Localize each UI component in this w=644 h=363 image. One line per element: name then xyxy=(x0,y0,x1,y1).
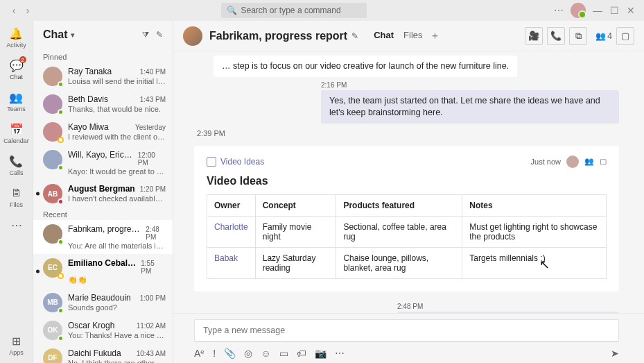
cell-concept: Family movie night xyxy=(255,216,336,247)
chat-time: 10:43 AM xyxy=(137,350,166,357)
share-screen-button[interactable]: ⧉ xyxy=(569,27,587,45)
chat-preview: Thanks, that would be nice. xyxy=(68,105,166,113)
chat-list-item[interactable]: Beth Davis1:43 PMThanks, that would be n… xyxy=(33,90,173,118)
chat-preview: Kayo: It would be great to sync with… xyxy=(68,167,166,176)
cell-owner[interactable]: Babak xyxy=(207,247,256,278)
emoji-icon[interactable]: ☺ xyxy=(261,348,270,359)
chat-preview: Louisa will send the initial list of att… xyxy=(68,77,166,85)
rail-chat[interactable]: 💬2 Chat xyxy=(10,58,24,81)
attach-icon[interactable]: 📎 xyxy=(224,348,236,359)
chat-list-item[interactable]: ABAugust Bergman1:20 PMI haven't checked… xyxy=(33,180,173,206)
card-chip-label[interactable]: Video Ideas xyxy=(220,157,264,167)
col-owner: Owner xyxy=(207,194,256,216)
chevron-down-icon[interactable]: ▾ xyxy=(71,31,75,40)
chatlist-title: Chat xyxy=(43,28,68,41)
section-pinned: Pinned xyxy=(33,49,173,62)
cell-concept: Lazy Saturday reading xyxy=(255,247,336,278)
video-ideas-card[interactable]: Video Ideas Just now 👥 ▢ Video Ideas Own… xyxy=(194,146,619,292)
compose-area: Aᵉ ! 📎 ◎ ☺ ▭ 🏷 📷 ⋯ ➤ xyxy=(173,313,644,363)
message-bubble[interactable]: … step is to focus on our video creative… xyxy=(214,56,517,77)
new-chat-icon[interactable]: ✎ xyxy=(156,30,163,40)
avatar: OK xyxy=(43,321,62,340)
loop-icon[interactable]: ◎ xyxy=(244,348,252,359)
chat-name: Emiliano Ceballos xyxy=(68,258,137,268)
more-compose-icon[interactable]: ⋯ xyxy=(335,348,345,359)
sticker-icon[interactable]: 🏷 xyxy=(297,348,306,359)
avatar xyxy=(43,122,62,142)
rail-more[interactable]: ⋯ xyxy=(10,218,24,232)
calendar-icon: 📅 xyxy=(10,122,24,136)
message-text: step is to focus on our video creative f… xyxy=(233,61,509,71)
meet-icon[interactable]: 📷 xyxy=(315,348,327,359)
chat-name: Oscar Krogh xyxy=(68,321,114,330)
chat-avatar[interactable] xyxy=(183,26,202,46)
tab-chat[interactable]: Chat xyxy=(374,22,394,50)
participants-button[interactable]: 👥 4 xyxy=(595,31,612,41)
message-time: 2:48 PM xyxy=(397,303,619,310)
message-bubble[interactable]: Yes, the team just started on that. Let … xyxy=(321,90,619,124)
table-row[interactable]: Babak Lazy Saturday reading Chaise loung… xyxy=(207,247,607,278)
rail-teams[interactable]: 👥 Teams xyxy=(7,90,26,112)
format-icon[interactable]: Aᵉ xyxy=(194,348,204,359)
chat-preview: You: Thanks! Have a nice weekend xyxy=(68,331,166,339)
card-title: Video Ideas xyxy=(207,175,607,187)
rail-calendar[interactable]: 📅 Calendar xyxy=(3,122,29,144)
table-row[interactable]: Charlotte Family movie night Sectional, … xyxy=(207,216,607,247)
chat-list-item[interactable]: Kayo MiwaYesterdayI reviewed with the cl… xyxy=(33,118,173,146)
nav-forward[interactable]: › xyxy=(22,5,33,16)
bell-icon: 🔔 xyxy=(9,26,23,40)
chat-name: Ray Tanaka xyxy=(68,67,112,76)
chat-preview: 👏👏 xyxy=(68,276,166,285)
titlebar: ‹ › 🔍 Search or type a command ⋯ — ☐ ✕ xyxy=(0,0,644,21)
cell-products: Sectional, coffee table, area rug xyxy=(336,216,462,247)
chat-list-item[interactable]: DFDaichi Fukuda10:43 AMNo, I think there… xyxy=(33,344,173,364)
window-maximize-icon[interactable]: ☐ xyxy=(609,6,619,15)
chat-time: 11:02 AM xyxy=(137,322,166,330)
editor-avatar[interactable] xyxy=(566,155,579,168)
gif-icon[interactable]: ▭ xyxy=(279,348,288,359)
share-icon[interactable]: 👥 xyxy=(584,157,594,166)
file-icon: 🗎 xyxy=(10,186,24,200)
edit-icon[interactable]: ✎ xyxy=(351,31,358,41)
chat-icon: 💬2 xyxy=(10,58,24,72)
chat-time: 1:55 PM xyxy=(141,260,166,275)
audio-call-button[interactable]: 📞 xyxy=(547,27,565,45)
chat-time: 1:43 PM xyxy=(140,96,166,103)
chat-time: 1:20 PM xyxy=(140,185,166,193)
priority-icon[interactable]: ! xyxy=(213,348,216,359)
rail-calls[interactable]: 📞 Calls xyxy=(9,154,23,176)
message-input[interactable] xyxy=(194,319,619,342)
avatar: EC xyxy=(43,258,62,278)
nav-back[interactable]: ‹ xyxy=(8,5,19,16)
add-tab-button[interactable]: ＋ xyxy=(430,29,440,42)
chat-list-item[interactable]: MBMarie Beaudouin1:00 PMSounds good? xyxy=(33,289,173,316)
rail-label: Teams xyxy=(7,105,26,112)
rail-files[interactable]: 🗎 Files xyxy=(10,186,24,208)
user-avatar[interactable] xyxy=(571,3,586,18)
rail-activity[interactable]: 🔔 Activity xyxy=(6,26,26,49)
chat-list-item[interactable]: Fabrikam, progress report2:48 PMYou: Are… xyxy=(33,220,173,254)
chat-name: August Bergman xyxy=(68,184,135,194)
search-input[interactable]: 🔍 Search or type a command xyxy=(221,3,367,18)
chat-name: Daichi Fukuda xyxy=(68,348,121,358)
rail-apps[interactable]: ⊞ Apps xyxy=(9,334,24,356)
chat-list-item[interactable]: ECEmiliano Ceballos1:55 PM👏👏 xyxy=(33,254,173,289)
rail-label: Activity xyxy=(6,42,26,49)
tab-files[interactable]: Files xyxy=(403,22,422,50)
filter-icon[interactable]: ⧩ xyxy=(142,30,149,40)
col-concept: Concept xyxy=(255,194,336,216)
chat-list-item[interactable]: Will, Kayo, Eric, +212:00 PMKayo: It wou… xyxy=(33,146,173,180)
rail-label: Files xyxy=(10,201,23,208)
window-minimize-icon[interactable]: — xyxy=(593,6,602,15)
chat-name: Beth Davis xyxy=(68,94,108,104)
expand-icon[interactable]: ▢ xyxy=(600,157,607,166)
chat-list-item[interactable]: OKOscar Krogh11:02 AMYou: Thanks! Have a… xyxy=(33,316,173,344)
pop-out-button[interactable]: ▢ xyxy=(616,27,634,45)
chat-list-item[interactable]: Ray Tanaka1:40 PMLouisa will send the in… xyxy=(33,62,173,90)
cell-notes: Must get lighting right to showcase the … xyxy=(462,216,607,247)
video-call-button[interactable]: 🎥 xyxy=(525,27,543,45)
more-icon[interactable]: ⋯ xyxy=(554,6,564,15)
cell-owner[interactable]: Charlotte xyxy=(207,216,256,247)
send-button[interactable]: ➤ xyxy=(611,348,619,359)
window-close-icon[interactable]: ✕ xyxy=(626,6,636,15)
